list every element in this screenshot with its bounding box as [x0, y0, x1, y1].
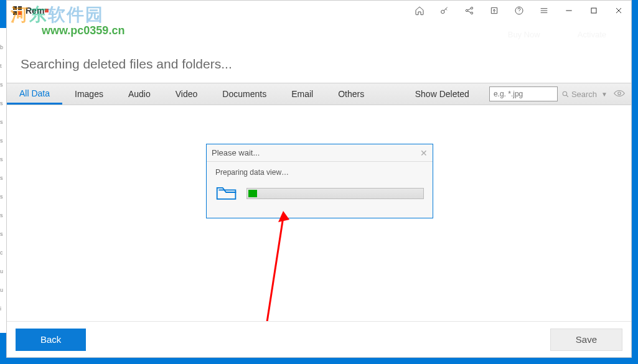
search-input[interactable]: [489, 86, 558, 101]
svg-point-7: [471, 12, 472, 14]
key-icon[interactable]: [432, 1, 457, 21]
progress-fill: [248, 190, 257, 197]
tab-email[interactable]: Email: [279, 83, 326, 105]
dialog-title-text: Please wait...: [212, 148, 260, 157]
svg-point-11: [618, 92, 621, 95]
tab-bar: All Data Images Audio Video Documents Em…: [7, 83, 631, 105]
tab-audio[interactable]: Audio: [116, 83, 163, 105]
activate-link[interactable]: Activate: [578, 30, 606, 39]
search-button[interactable]: Search ▼: [561, 90, 608, 99]
dropdown-icon: ▼: [601, 91, 608, 98]
tab-video[interactable]: Video: [163, 83, 210, 105]
subheader: Buy Now Activate: [7, 21, 631, 48]
svg-point-4: [441, 10, 444, 13]
save-button[interactable]: Save: [550, 329, 622, 351]
share-icon[interactable]: [457, 1, 482, 21]
tab-documents[interactable]: Documents: [210, 83, 279, 105]
svg-point-6: [471, 7, 472, 9]
svg-point-5: [466, 9, 467, 11]
dialog-close-icon[interactable]: ✕: [420, 148, 428, 158]
minimize-icon[interactable]: [556, 1, 581, 21]
menu-icon[interactable]: [532, 1, 556, 21]
home-icon[interactable]: [407, 1, 432, 21]
left-edge-strip: btssssssssscuui: [0, 28, 6, 333]
search-label: Search: [571, 90, 597, 99]
svg-rect-3: [18, 11, 22, 15]
help-icon[interactable]: [507, 1, 532, 21]
app-logo: Rem: [12, 5, 49, 16]
search-area: Search ▼: [489, 83, 625, 105]
folder-icon: [215, 183, 238, 204]
app-window: 河东河东软件园软件园 www.pc0359.cn Rem Buy Now Act…: [6, 0, 632, 358]
tab-others[interactable]: Others: [326, 83, 377, 105]
maximize-icon[interactable]: [581, 1, 606, 21]
content-area: Please wait... ✕ Preparing data view…: [7, 105, 631, 342]
svg-rect-1: [18, 6, 22, 10]
export-icon[interactable]: [482, 1, 507, 21]
tab-all-data[interactable]: All Data: [7, 83, 62, 105]
svg-rect-9: [591, 8, 596, 13]
footer: Back Save: [7, 321, 631, 357]
progress-dialog: Please wait... ✕ Preparing data view…: [206, 144, 433, 218]
svg-rect-0: [13, 6, 17, 10]
tab-images[interactable]: Images: [62, 83, 116, 105]
dialog-titlebar: Please wait... ✕: [207, 144, 433, 162]
svg-rect-2: [13, 11, 17, 15]
buy-now-link[interactable]: Buy Now: [508, 30, 540, 39]
titlebar: Rem: [7, 1, 631, 21]
preview-eye-icon[interactable]: [614, 88, 625, 100]
svg-point-10: [563, 91, 567, 96]
titlebar-controls: [407, 1, 631, 21]
page-title: Searching deleted files and folders...: [7, 48, 631, 83]
progress-bar: [246, 188, 424, 199]
dialog-message: Preparing data view…: [215, 168, 424, 177]
back-button[interactable]: Back: [16, 329, 86, 351]
close-icon[interactable]: [606, 1, 631, 21]
tab-show-deleted[interactable]: Show Deleted: [403, 83, 482, 105]
